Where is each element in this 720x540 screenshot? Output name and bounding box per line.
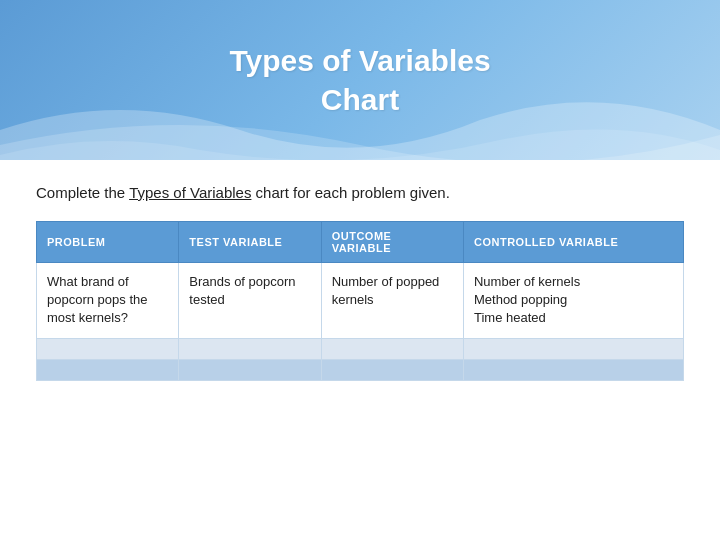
col-header-test: TEST VARIABLE — [179, 222, 321, 263]
col-header-controlled: CONTROLLED VARIABLE — [463, 222, 683, 263]
cell-outcome — [321, 359, 463, 380]
cell-outcome: Number of popped kernels — [321, 263, 463, 339]
cell-controlled — [463, 359, 683, 380]
variables-table: PROBLEM TEST VARIABLE OUTCOME VARIABLE C… — [36, 221, 684, 381]
cell-controlled — [463, 338, 683, 359]
table-row: What brand of popcorn pops the most kern… — [37, 263, 684, 339]
cell-test — [179, 359, 321, 380]
cell-problem — [37, 359, 179, 380]
cell-problem — [37, 338, 179, 359]
cell-outcome — [321, 338, 463, 359]
header: Types of Variables Chart — [0, 0, 720, 160]
col-header-problem: PROBLEM — [37, 222, 179, 263]
col-header-outcome: OUTCOME VARIABLE — [321, 222, 463, 263]
cell-problem: What brand of popcorn pops the most kern… — [37, 263, 179, 339]
instruction-text: Complete the Types of Variables chart fo… — [36, 184, 684, 201]
cell-controlled: Number of kernelsMethod poppingTime heat… — [463, 263, 683, 339]
table-row — [37, 359, 684, 380]
cell-test — [179, 338, 321, 359]
cell-test: Brands of popcorn tested — [179, 263, 321, 339]
main-content: Complete the Types of Variables chart fo… — [0, 160, 720, 401]
table-row — [37, 338, 684, 359]
page-title: Types of Variables Chart — [229, 41, 490, 119]
